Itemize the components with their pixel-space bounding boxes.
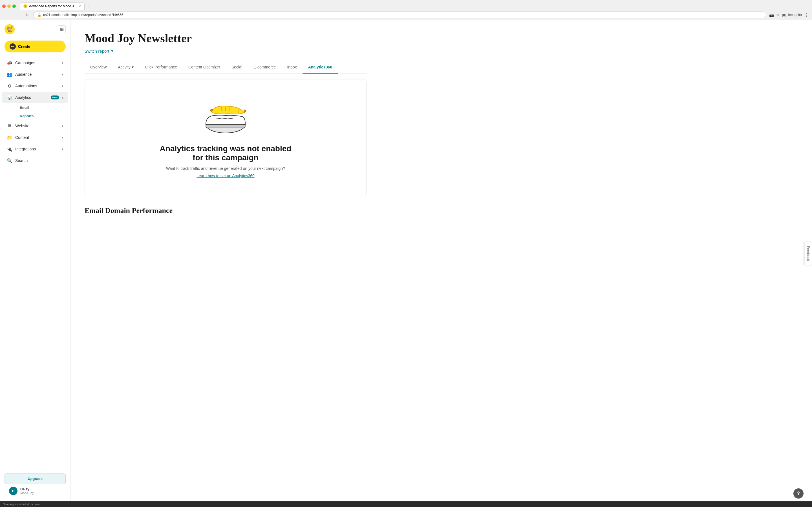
chevron-down-icon: ▾ xyxy=(62,84,63,88)
sidebar-item-campaigns[interactable]: 📣 Campaigns ▾ xyxy=(2,57,68,68)
incognito-label: Incognito xyxy=(788,13,802,17)
switch-report-label: Switch report xyxy=(85,49,109,54)
sidebar-item-content-label: Content xyxy=(15,135,59,140)
search-icon: 🔍 xyxy=(7,158,12,163)
learn-analytics360-link[interactable]: Learn how to set up Analytics360 xyxy=(197,173,254,178)
empty-state-subtitle: Want to track traffic and revenue genera… xyxy=(166,166,285,171)
sidebar-item-reports[interactable]: Reports xyxy=(15,112,68,120)
chevron-down-icon: ▾ xyxy=(62,124,63,128)
tab-activity[interactable]: Activity ▾ xyxy=(112,61,139,73)
chevron-down-icon: ▾ xyxy=(62,147,63,151)
upgrade-button[interactable]: Upgrade xyxy=(4,473,66,484)
tab-ecommerce[interactable]: E-commerce xyxy=(248,61,282,73)
sidebar-item-analytics-label: Analytics xyxy=(15,95,48,100)
tab-bar: 🐒 Advanced Reports for Mood J... ✕ + xyxy=(0,0,812,10)
sidebar-footer: Upgrade D Daisy Mood Joy xyxy=(0,470,70,501)
sidebar-item-integrations[interactable]: 🔌 Integrations ▾ xyxy=(2,144,68,155)
audience-icon: 👥 xyxy=(7,71,12,77)
tab-favicon: 🐒 xyxy=(23,4,28,8)
tab-title: Advanced Reports for Mood J... xyxy=(29,4,77,8)
analytics-sub-menu: Email Reports xyxy=(0,103,70,120)
email-domain-section-title: Email Domain Performance xyxy=(85,207,366,215)
sidebar-item-automations-label: Automations xyxy=(15,83,59,88)
analytics-new-badge: New xyxy=(51,96,59,100)
sidebar-nav: 📣 Campaigns ▾ 👥 Audience ▾ ⚙ Automations… xyxy=(0,55,70,470)
status-text: Waiting for rs.fullstory.com... xyxy=(3,503,42,506)
sidebar-item-website[interactable]: 🖥 Website ▾ xyxy=(2,120,68,131)
create-icon: ✏ xyxy=(10,43,16,50)
lock-icon: 🔒 xyxy=(38,13,42,17)
maximize-window-btn[interactable] xyxy=(12,4,16,8)
chevron-up-icon: ▴ xyxy=(62,96,63,100)
sidebar-item-analytics[interactable]: 📊 Analytics New ▴ xyxy=(2,92,68,103)
minimize-window-btn[interactable] xyxy=(7,4,11,8)
star-icon[interactable]: ☆ xyxy=(776,13,780,17)
user-row[interactable]: D Daisy Mood Joy xyxy=(4,484,66,498)
analytics-illustration xyxy=(197,96,254,136)
url-text: us21.admin.mailchimp.com/reports/advance… xyxy=(43,13,123,17)
sidebar-item-automations[interactable]: ⚙ Automations ▾ xyxy=(2,80,68,92)
tab-close-btn[interactable]: ✕ xyxy=(79,4,81,8)
svg-rect-1 xyxy=(206,124,245,128)
close-window-btn[interactable] xyxy=(2,4,6,8)
status-bar: Waiting for rs.fullstory.com... xyxy=(0,501,812,507)
tab-overview[interactable]: Overview xyxy=(85,61,112,73)
user-info: Daisy Mood Joy xyxy=(20,487,34,495)
sidebar-toggle-btn[interactable]: ▦ xyxy=(58,25,66,33)
tab-social[interactable]: Social xyxy=(226,61,248,73)
analytics360-panel: Analytics tracking was not enabled for t… xyxy=(85,79,366,195)
sidebar-item-website-label: Website xyxy=(15,124,59,128)
main-content: Mood Joy Newsletter Switch report ▾ Over… xyxy=(70,20,812,501)
sidebar-header: 🐒 ▦ xyxy=(0,20,70,38)
switch-report-button[interactable]: Switch report ▾ xyxy=(85,48,113,54)
back-btn[interactable]: ← xyxy=(3,12,11,18)
user-name: Daisy xyxy=(20,487,34,491)
tab-inbox[interactable]: Inbox xyxy=(282,61,302,73)
window-controls xyxy=(2,4,16,8)
integrations-icon: 🔌 xyxy=(7,146,12,152)
campaigns-icon: 📣 xyxy=(7,60,12,66)
sidebar-item-campaigns-label: Campaigns xyxy=(15,61,59,65)
create-button[interactable]: ✏ Create xyxy=(4,41,66,52)
sidebar-item-search-label: Search xyxy=(15,158,63,163)
sidebar-item-search[interactable]: 🔍 Search xyxy=(2,155,68,166)
sidebar-item-email[interactable]: Email xyxy=(15,103,68,112)
help-button[interactable]: ? xyxy=(794,489,804,499)
content-icon: 📁 xyxy=(7,135,12,140)
mailchimp-logo[interactable]: 🐒 xyxy=(4,24,15,34)
create-label: Create xyxy=(18,44,31,49)
chevron-down-icon: ▾ xyxy=(62,73,63,76)
refresh-btn[interactable]: ↻ xyxy=(24,12,31,18)
website-icon: 🖥 xyxy=(7,123,12,129)
active-tab[interactable]: 🐒 Advanced Reports for Mood J... ✕ xyxy=(20,2,85,10)
address-bar: ← → ↻ 🔒 us21.admin.mailchimp.com/reports… xyxy=(0,10,812,20)
feedback-tab[interactable]: Feedback xyxy=(804,242,812,265)
tab-click-performance[interactable]: Click Performance xyxy=(139,61,183,73)
empty-state-title: Analytics tracking was not enabled for t… xyxy=(155,144,296,162)
chevron-down-icon: ▾ xyxy=(132,65,134,69)
chevron-down-icon: ▾ xyxy=(111,48,113,54)
sidebar-item-integrations-label: Integrations xyxy=(15,147,59,151)
split-view-icon[interactable]: ▣ xyxy=(782,13,786,17)
chevron-down-icon: ▾ xyxy=(62,61,63,65)
tab-analytics360[interactable]: Analytics360 xyxy=(303,61,338,73)
avatar: D xyxy=(9,487,17,495)
new-tab-btn[interactable]: + xyxy=(86,3,93,10)
browser-actions: 📷 ☆ ▣ Incognito ⋮ xyxy=(769,12,809,18)
sidebar-item-audience[interactable]: 👥 Audience ▾ xyxy=(2,69,68,80)
user-org: Mood Joy xyxy=(20,491,34,495)
analytics-icon: 📊 xyxy=(7,95,12,100)
main-inner: Mood Joy Newsletter Switch report ▾ Over… xyxy=(70,20,380,226)
sidebar-item-content[interactable]: 📁 Content ▾ xyxy=(2,132,68,143)
menu-icon[interactable]: ⋮ xyxy=(804,12,809,18)
tabs-bar: Overview Activity ▾ Click Performance Co… xyxy=(85,61,366,73)
chevron-down-icon: ▾ xyxy=(62,136,63,139)
tab-content-optimizer[interactable]: Content Optimizer xyxy=(183,61,226,73)
automations-icon: ⚙ xyxy=(7,83,12,89)
forward-btn[interactable]: → xyxy=(13,12,21,18)
sidebar-item-audience-label: Audience xyxy=(15,72,59,76)
url-box[interactable]: 🔒 us21.admin.mailchimp.com/reports/advan… xyxy=(33,11,766,18)
screenshare-icon[interactable]: 📷 xyxy=(769,13,774,17)
page-title: Mood Joy Newsletter xyxy=(85,32,366,45)
sidebar: 🐒 ▦ ✏ Create 📣 Campaigns ▾ 👥 Audience ▾ … xyxy=(0,20,70,501)
